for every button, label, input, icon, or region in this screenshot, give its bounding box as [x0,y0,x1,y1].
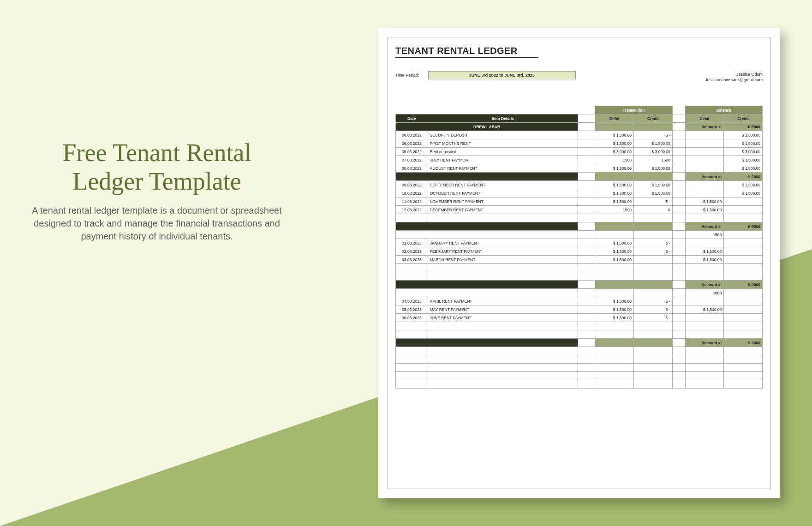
stage: Free Tenant Rental Ledger Template A ten… [0,0,812,526]
table-row: 03.03.2023MARCH RENT PAYMENT$ 1,500.00$ … [396,256,763,264]
table-row [396,364,763,372]
header-transaction: Transaction [595,106,672,114]
table-row: 10.03.2022OCTOBER RENT PAYMENT$ 1,500.00… [396,189,763,197]
promo-title: Free Tenant Rental Ledger Template [28,138,286,196]
time-period-value: JUNE 3rd 2022 to JUNE 3rd, 2023 [428,71,576,79]
table-row: 06.03.2022FIRST MONTHS RENT$ 1,500.00$ 1… [396,139,763,148]
table-row [396,355,763,364]
ledger-title: TENANT RENTAL LEDGER [395,46,538,58]
header-date: Date [396,114,428,123]
table-row [396,372,763,380]
table-row [396,380,763,389]
account-number: 0-0000 [724,123,763,131]
table-row [396,330,763,339]
header-trans-debit: Debit [595,114,634,123]
table-row: 05.03.2023MAY RENT PAYMENT$ 1,500.00$ -$… [396,305,763,314]
table-row: 06.03.2023JUNE RENT PAYMENT$ 1,500.00$ - [396,314,763,322]
table-row: 11.03.2022NOVEMBER RENT PAYMENT$ 1,500.0… [396,197,763,206]
header-bal-debit: Debit [685,114,724,123]
table-row [396,347,763,355]
table-row: 07.03.2022JULY RENT PAYMENT15001500$ 1,5… [396,156,763,164]
table-row: 12.03.2022DECEMBER RENT PAYMENT15000$ 1,… [396,206,763,214]
table-row: 04.03.2023APRIL RENT PAYMENT$ 1,500.00$ … [396,297,763,305]
table-row [396,322,763,330]
document-preview: TENANT RENTAL LEDGER Time Period: JUNE 3… [378,28,780,498]
table-row [396,272,763,281]
table-row: 08.03.2022AUGUST RENT PAYMENT$ 1,500.00$… [396,164,763,173]
table-row [396,264,763,272]
time-period-label: Time Period: [395,73,419,78]
header-item: Item Details [428,114,578,123]
ledger-table: TransactionBalanceDateItem DetailsDebitC… [395,106,763,389]
document-inner: TENANT RENTAL LEDGER Time Period: JUNE 3… [388,37,770,489]
account-label: Account #: [685,123,724,131]
table-row: 06.03.2022SECURITY DEPOSIT$ 1,500.00$ -$… [396,131,763,139]
promo-text-block: Free Tenant Rental Ledger Template A ten… [28,138,286,243]
tenant-name: DREW LABAR [396,123,578,131]
header-bal-credit: Credit [724,114,763,123]
table-row: 06.03.2022Rent deposited$ 3,000.00$ 3,00… [396,148,763,156]
table-row: 01.03.2023JANUARY RENT PAYMENT$ 1,500.00… [396,239,763,247]
header-trans-credit: Credit [634,114,673,123]
table-row: 09.03.2022SEPTEMBER RENT PAYMENT$ 1,500.… [396,181,763,189]
header-balance: Balance [685,106,762,114]
promo-description: A tenant rental ledger template is a doc… [28,204,286,243]
table-row [396,214,763,222]
table-row: 02.03.2023FEBRUARY RENT PAYMENT$ 1,500.0… [396,247,763,256]
